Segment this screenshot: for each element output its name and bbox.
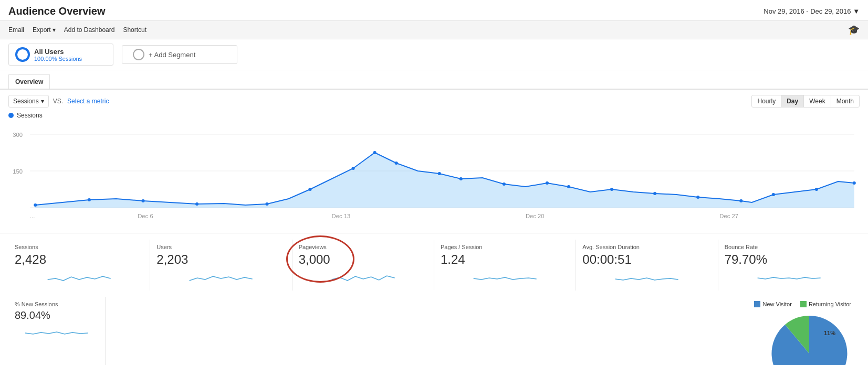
svg-text:300: 300 bbox=[13, 132, 23, 138]
chart-container: 300 150 ... Dec 6 Dec 13 Dec 20 Dec 27 bbox=[8, 121, 860, 228]
pie-label-11: 11% bbox=[824, 330, 835, 336]
svg-text:Dec 13: Dec 13 bbox=[332, 213, 351, 219]
segment-circle-icon bbox=[15, 47, 30, 62]
stat-new-sessions: % New Sessions 89.04% bbox=[8, 297, 106, 365]
sessions-dropdown-label: Sessions bbox=[13, 98, 39, 105]
sessions-dropdown[interactable]: Sessions ▾ bbox=[8, 95, 49, 108]
stat-avg-duration-value: 00:00:51 bbox=[582, 252, 711, 267]
sessions-sparkline bbox=[15, 269, 143, 285]
add-dashboard-button[interactable]: Add to Dashboard bbox=[64, 26, 115, 34]
svg-point-20 bbox=[459, 177, 463, 180]
export-button[interactable]: Export ▾ bbox=[33, 26, 56, 34]
returning-visitor-color-box bbox=[800, 301, 807, 307]
time-btn-hourly[interactable]: Hourly bbox=[751, 95, 781, 108]
bounce-rate-sparkline bbox=[725, 269, 853, 285]
new-visitor-color-box bbox=[754, 301, 760, 307]
svg-point-18 bbox=[395, 162, 398, 165]
svg-point-23 bbox=[567, 185, 570, 188]
svg-point-25 bbox=[653, 192, 656, 195]
segment-sessions: 100.00% Sessions bbox=[34, 56, 82, 62]
svg-text:Dec 6: Dec 6 bbox=[138, 213, 153, 219]
stat-bounce-rate-value: 79.70% bbox=[725, 252, 853, 267]
svg-point-26 bbox=[696, 196, 699, 199]
stat-avg-duration: Avg. Session Duration 00:00:51 bbox=[576, 240, 718, 291]
time-btn-week[interactable]: Week bbox=[803, 95, 831, 108]
svg-point-15 bbox=[308, 188, 311, 191]
stat-users-value: 2,203 bbox=[156, 252, 285, 267]
pie-legend: New Visitor Returning Visitor bbox=[754, 301, 851, 307]
pie-chart: 89% 11% bbox=[767, 312, 851, 365]
svg-point-30 bbox=[853, 181, 856, 185]
stat-pageviews: Pageviews 3,000 bbox=[292, 240, 434, 291]
stat-sessions-value: 2,428 bbox=[15, 252, 143, 267]
stats-section: Sessions 2,428 Users 2,203 Pageviews 3,0… bbox=[0, 233, 868, 297]
add-segment-button[interactable]: + Add Segment bbox=[122, 45, 237, 64]
dropdown-arrow-icon: ▾ bbox=[41, 98, 44, 105]
svg-point-19 bbox=[438, 172, 441, 175]
stat-users: Users 2,203 bbox=[150, 240, 292, 291]
pie-svg: 89% 11% bbox=[767, 312, 851, 365]
bottom-row: % New Sessions 89.04% New Visitor Return… bbox=[0, 297, 868, 365]
users-sparkline bbox=[156, 269, 285, 285]
svg-text:Dec 27: Dec 27 bbox=[719, 213, 738, 219]
stat-bounce-rate-label: Bounce Rate bbox=[725, 244, 853, 250]
stat-sessions-label: Sessions bbox=[15, 244, 143, 250]
new-sessions-sparkline bbox=[15, 324, 99, 339]
svg-text:...: ... bbox=[30, 213, 35, 219]
svg-point-17 bbox=[373, 151, 377, 154]
stat-pages-session-label: Pages / Session bbox=[441, 244, 569, 250]
stat-bounce-rate: Bounce Rate 79.70% bbox=[718, 240, 860, 291]
email-button[interactable]: Email bbox=[8, 26, 24, 34]
chart-controls: Sessions ▾ VS. Select a metric Hourly Da… bbox=[8, 95, 860, 108]
metric-selector: Sessions ▾ VS. Select a metric bbox=[8, 95, 109, 108]
stat-sessions: Sessions 2,428 bbox=[8, 240, 150, 291]
svg-point-13 bbox=[195, 202, 198, 206]
time-btn-day[interactable]: Day bbox=[781, 95, 804, 108]
sessions-legend: Sessions bbox=[8, 112, 860, 119]
pie-section: New Visitor Returning Visitor bbox=[746, 297, 860, 365]
pages-session-sparkline bbox=[441, 269, 569, 285]
all-users-segment[interactable]: All Users 100.00% Sessions bbox=[8, 44, 113, 66]
time-buttons: Hourly Day Week Month bbox=[752, 95, 860, 108]
sessions-dot-icon bbox=[8, 113, 14, 118]
toolbar-right: 🎓 bbox=[848, 24, 860, 36]
sessions-chart: 300 150 ... Dec 6 Dec 13 Dec 20 Dec 27 bbox=[8, 121, 860, 226]
segment-bar: All Users 100.00% Sessions + Add Segment bbox=[0, 39, 868, 70]
returning-visitor-label: Returning Visitor bbox=[809, 301, 851, 307]
avg-duration-sparkline bbox=[582, 269, 711, 285]
vs-text: VS. bbox=[53, 98, 63, 105]
svg-point-29 bbox=[815, 188, 818, 191]
svg-text:150: 150 bbox=[13, 168, 23, 175]
stat-avg-duration-label: Avg. Session Duration bbox=[582, 244, 711, 250]
tab-overview[interactable]: Overview bbox=[8, 74, 50, 89]
pageviews-sparkline bbox=[299, 269, 427, 285]
svg-point-12 bbox=[141, 199, 144, 202]
add-segment-circle-icon bbox=[133, 49, 144, 60]
svg-point-28 bbox=[772, 193, 775, 196]
segment-info: All Users 100.00% Sessions bbox=[34, 48, 82, 62]
new-visitor-label: New Visitor bbox=[762, 301, 791, 307]
chart-section: Sessions ▾ VS. Select a metric Hourly Da… bbox=[0, 90, 868, 233]
legend-new-visitor: New Visitor bbox=[754, 301, 791, 307]
segment-label: All Users bbox=[34, 48, 82, 56]
sessions-legend-label: Sessions bbox=[17, 112, 43, 119]
add-segment-label: + Add Segment bbox=[149, 51, 195, 59]
stat-pages-session: Pages / Session 1.24 bbox=[434, 240, 576, 291]
svg-point-14 bbox=[265, 202, 268, 206]
shortcut-button[interactable]: Shortcut bbox=[123, 26, 147, 34]
stat-pageviews-label: Pageviews bbox=[299, 244, 427, 250]
select-metric-link[interactable]: Select a metric bbox=[67, 98, 109, 105]
stat-users-label: Users bbox=[156, 244, 285, 250]
date-range[interactable]: Nov 29, 2016 - Dec 29, 2016 ▼ bbox=[764, 7, 860, 15]
svg-point-27 bbox=[739, 199, 742, 202]
stat-pages-session-value: 1.24 bbox=[441, 252, 569, 267]
graduation-icon: 🎓 bbox=[848, 25, 860, 35]
svg-point-24 bbox=[610, 188, 613, 191]
pie-blue-slice bbox=[771, 316, 847, 365]
svg-point-22 bbox=[546, 181, 549, 185]
svg-text:Dec 20: Dec 20 bbox=[526, 213, 545, 219]
top-header: Audience Overview Nov 29, 2016 - Dec 29,… bbox=[0, 0, 868, 21]
tab-bar: Overview bbox=[0, 70, 868, 90]
time-btn-month[interactable]: Month bbox=[831, 95, 860, 108]
svg-point-10 bbox=[34, 203, 37, 207]
